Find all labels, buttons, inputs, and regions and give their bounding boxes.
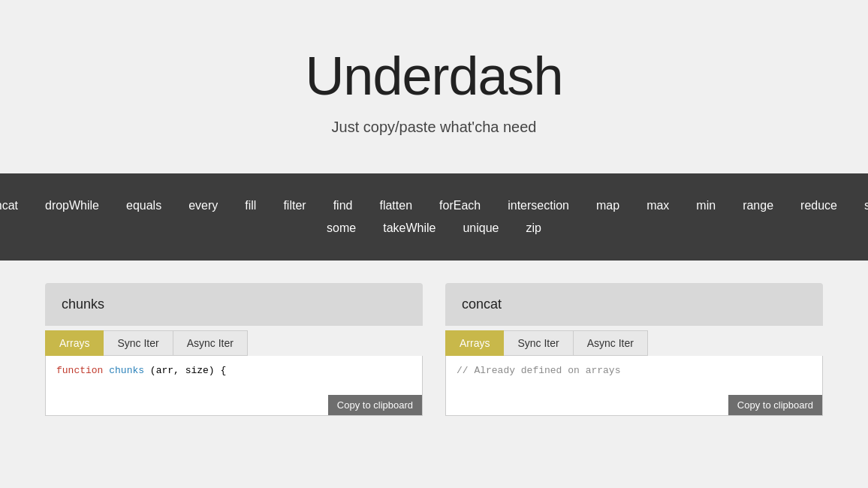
concat-copy-button[interactable]: Copy to clipboard [728, 395, 822, 415]
chunks-card-header: chunks [45, 283, 423, 326]
nav-link-some[interactable]: some [313, 217, 369, 239]
nav-link-intersection[interactable]: intersection [494, 194, 583, 217]
nav-link-min[interactable]: min [683, 194, 729, 217]
nav-link-unique[interactable]: unique [449, 217, 512, 239]
nav-link-concat[interactable]: concat [0, 194, 32, 217]
nav-link-forEach[interactable]: forEach [426, 194, 494, 217]
nav-row-1: chunksconcatdropWhileequalseveryfillfilt… [45, 194, 823, 217]
nav-link-find[interactable]: find [320, 194, 366, 217]
nav-link-fill[interactable]: fill [231, 194, 270, 217]
nav-link-dropWhile[interactable]: dropWhile [32, 194, 113, 217]
main-nav: chunksconcatdropWhileequalseveryfillfilt… [0, 173, 868, 261]
nav-link-range[interactable]: range [729, 194, 787, 217]
chunks-card-title: chunks [62, 297, 104, 312]
concat-card-header: concat [445, 283, 823, 326]
concat-card: concat Arrays Sync Iter Async Iter // Al… [445, 283, 823, 416]
nav-link-max[interactable]: max [633, 194, 683, 217]
nav-link-shuffle[interactable]: shuffle [851, 194, 868, 217]
nav-link-reduce[interactable]: reduce [787, 194, 851, 217]
nav-link-flatten[interactable]: flatten [366, 194, 426, 217]
chunks-code-params: (arr, size) { [150, 365, 226, 376]
chunks-code-area: function chunks (arr, size) { Copy to cl… [45, 356, 423, 416]
concat-code-comment: // Already defined on arrays [457, 365, 620, 376]
nav-row-2: sometakeWhileuniquezip [45, 217, 823, 239]
content-area: chunks Arrays Sync Iter Async Iter funct… [0, 261, 868, 438]
nav-link-filter[interactable]: filter [270, 194, 319, 217]
hero-section: Underdash Just copy/paste what'cha need [0, 0, 868, 173]
chunks-tab-async-iter[interactable]: Async Iter [173, 330, 248, 356]
concat-tab-arrays[interactable]: Arrays [445, 330, 504, 356]
chunks-tabs: Arrays Sync Iter Async Iter [45, 330, 423, 356]
concat-tabs: Arrays Sync Iter Async Iter [445, 330, 823, 356]
chunks-tab-sync-iter[interactable]: Sync Iter [104, 330, 173, 356]
nav-link-every[interactable]: every [175, 194, 231, 217]
chunks-code-funcname: chunks [109, 365, 144, 376]
site-title: Underdash [15, 45, 853, 107]
concat-tab-sync-iter[interactable]: Sync Iter [504, 330, 573, 356]
concat-code-area: // Already defined on arrays Copy to cli… [445, 356, 823, 416]
nav-link-takeWhile[interactable]: takeWhile [369, 217, 449, 239]
chunks-tab-arrays[interactable]: Arrays [45, 330, 104, 356]
nav-link-equals[interactable]: equals [113, 194, 175, 217]
nav-link-zip[interactable]: zip [512, 217, 554, 239]
chunks-card: chunks Arrays Sync Iter Async Iter funct… [45, 283, 423, 416]
chunks-copy-button[interactable]: Copy to clipboard [328, 395, 422, 415]
concat-card-title: concat [462, 297, 502, 312]
site-subtitle: Just copy/paste what'cha need [15, 119, 853, 136]
concat-tab-async-iter[interactable]: Async Iter [574, 330, 648, 356]
nav-link-map[interactable]: map [583, 194, 633, 217]
chunks-code-keyword: function [56, 365, 103, 376]
